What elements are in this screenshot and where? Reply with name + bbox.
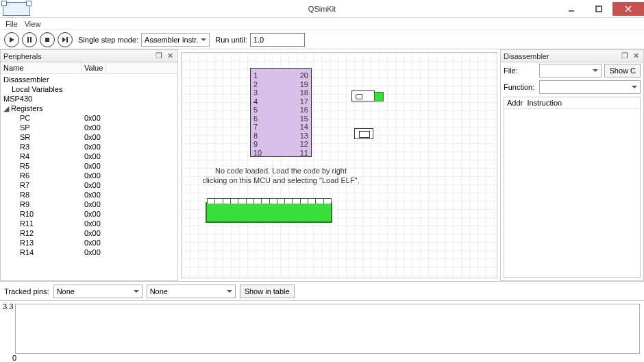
close-button[interactable] <box>612 2 644 16</box>
chevron-down-icon[interactable]: ◢ <box>3 104 10 110</box>
reg-name[interactable]: R6 <box>3 171 84 180</box>
reg-name[interactable]: SP <box>3 123 84 132</box>
menu-file[interactable]: File <box>5 20 18 28</box>
titlebar: QSimKit <box>0 0 644 18</box>
svg-rect-9 <box>66 37 68 43</box>
reg-value: 0x00 <box>84 228 101 238</box>
maximize-button[interactable] <box>585 2 612 16</box>
window-title: QSimKit <box>308 5 336 13</box>
reg-value: 0x00 <box>84 209 101 219</box>
component-button[interactable] <box>354 128 373 139</box>
svg-marker-4 <box>10 37 14 43</box>
step-mode-value: Assembler instr. <box>145 36 198 44</box>
component-led[interactable] <box>351 90 375 101</box>
svg-rect-7 <box>45 38 49 42</box>
step-mode-select[interactable]: Assembler instr. <box>141 33 210 47</box>
reg-name[interactable]: R9 <box>3 200 84 209</box>
window-buttons <box>558 2 644 16</box>
disasm-undock-icon[interactable]: ❐ <box>620 51 630 61</box>
col-name[interactable]: Name <box>1 62 82 73</box>
reg-value: 0x00 <box>84 113 101 123</box>
peripherals-close-icon[interactable]: ✕ <box>165 51 175 61</box>
reg-name[interactable]: R7 <box>3 180 84 190</box>
disassembler-title-bar: Disassembler ❐ ✕ <box>501 50 643 62</box>
pause-button[interactable] <box>22 32 37 47</box>
toolbar: Single step mode: Assembler instr. Run u… <box>0 30 644 49</box>
tracked-select-2[interactable]: None <box>147 285 236 298</box>
mcu-chip[interactable]: 12345678910 20191817161514131211 <box>250 68 312 157</box>
plot-ymax: 3.3 <box>3 302 13 311</box>
reg-name[interactable]: R5 <box>3 161 84 171</box>
peripherals-title-bar: Peripherals ❐ ✕ <box>1 50 177 62</box>
display-component[interactable] <box>206 202 332 223</box>
canvas-area: 12345678910 20191817161514131211 No code… <box>178 49 500 281</box>
tree-registers[interactable]: Registers <box>11 104 42 112</box>
reg-value: 0x00 <box>84 190 101 200</box>
tracked-pins-bar: Tracked pins: None None Show in table <box>0 281 644 300</box>
reg-name[interactable]: PC <box>3 113 84 123</box>
peripherals-undock-icon[interactable]: ❐ <box>154 51 164 61</box>
run-until-input[interactable] <box>250 33 305 47</box>
reg-name[interactable]: R8 <box>3 190 84 200</box>
reg-value: 0x00 <box>84 200 101 209</box>
col-addr: Addr <box>507 99 523 107</box>
reg-name[interactable]: R10 <box>3 209 84 219</box>
reg-value: 0x00 <box>84 132 101 142</box>
stop-button[interactable] <box>40 32 55 47</box>
tree-disassembler[interactable]: Disassembler <box>3 75 84 84</box>
schematic-canvas[interactable]: 12345678910 20191817161514131211 No code… <box>181 52 497 278</box>
show-c-button[interactable]: Show C <box>604 64 641 77</box>
reg-name[interactable]: R3 <box>3 142 84 152</box>
peripherals-tree[interactable]: Disassembler Local Variables MSP430 ◢Reg… <box>1 74 177 280</box>
step-button[interactable] <box>58 32 73 47</box>
chip-pins-left: 12345678910 <box>253 71 262 157</box>
disasm-close-icon[interactable]: ✕ <box>631 51 641 61</box>
play-button[interactable] <box>4 32 19 47</box>
chip-pins-right: 20191817161514131211 <box>300 71 308 157</box>
no-code-message: No code loaded. Load the code by right c… <box>202 166 360 185</box>
reg-value: 0x00 <box>84 123 101 132</box>
show-in-table-button[interactable]: Show in table <box>240 285 295 298</box>
tree-local-vars[interactable]: Local Variables <box>3 84 84 94</box>
peripherals-header: Name Value <box>1 62 177 74</box>
minimize-button[interactable] <box>558 2 585 16</box>
svg-rect-6 <box>30 37 32 43</box>
reg-value: 0x00 <box>84 161 101 171</box>
tracked-val1: None <box>57 287 75 295</box>
reg-name[interactable]: R4 <box>3 152 84 161</box>
reg-name[interactable]: R12 <box>3 228 84 238</box>
disassembler-panel: Disassembler ❐ ✕ File: Show C Function: … <box>500 49 644 281</box>
peripherals-panel: Peripherals ❐ ✕ Name Value Disassembler … <box>0 49 178 281</box>
run-until-label: Run until: <box>215 36 247 44</box>
plot-canvas[interactable] <box>15 304 640 354</box>
tracked-val2: None <box>150 287 168 295</box>
reg-value: 0x00 <box>84 219 101 228</box>
svg-rect-1 <box>596 6 602 12</box>
reg-value: 0x00 <box>84 180 101 190</box>
function-select[interactable] <box>539 80 641 94</box>
tracked-select-1[interactable]: None <box>53 285 143 298</box>
plot-area: 3.3 0 <box>0 300 644 362</box>
reg-name[interactable]: R14 <box>3 248 84 257</box>
disasm-list[interactable]: Addr Instruction <box>504 97 641 278</box>
reg-value: 0x00 <box>84 142 101 152</box>
tracked-label: Tracked pins: <box>4 287 49 295</box>
file-select[interactable] <box>539 64 602 77</box>
peripherals-title: Peripherals <box>3 52 42 60</box>
reg-value: 0x00 <box>84 238 101 248</box>
menubar: File View <box>0 18 644 30</box>
reg-value: 0x00 <box>84 171 101 180</box>
step-mode-label: Single step mode: <box>78 36 138 44</box>
tree-msp430[interactable]: MSP430 <box>3 94 84 104</box>
menu-view[interactable]: View <box>25 20 41 28</box>
col-instruction: Instruction <box>527 99 562 107</box>
reg-name[interactable]: R11 <box>3 219 84 228</box>
svg-marker-8 <box>62 37 66 43</box>
reg-value: 0x00 <box>84 248 101 257</box>
svg-rect-5 <box>27 37 29 43</box>
reg-name[interactable]: R13 <box>3 238 84 248</box>
file-label: File: <box>504 67 536 75</box>
plot-xmin: 0 <box>12 354 16 362</box>
col-value[interactable]: Value <box>82 62 106 73</box>
reg-name[interactable]: SR <box>3 132 84 142</box>
